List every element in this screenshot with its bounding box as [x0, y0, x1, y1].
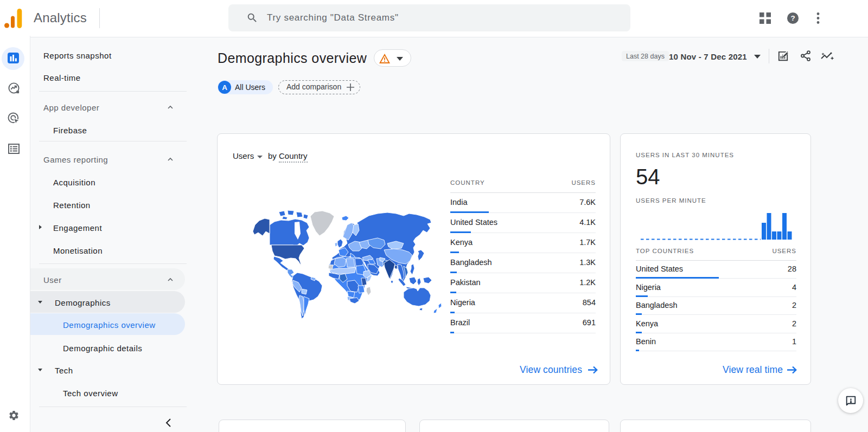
- svg-text:?: ?: [790, 14, 795, 22]
- svg-text:A: A: [222, 83, 227, 92]
